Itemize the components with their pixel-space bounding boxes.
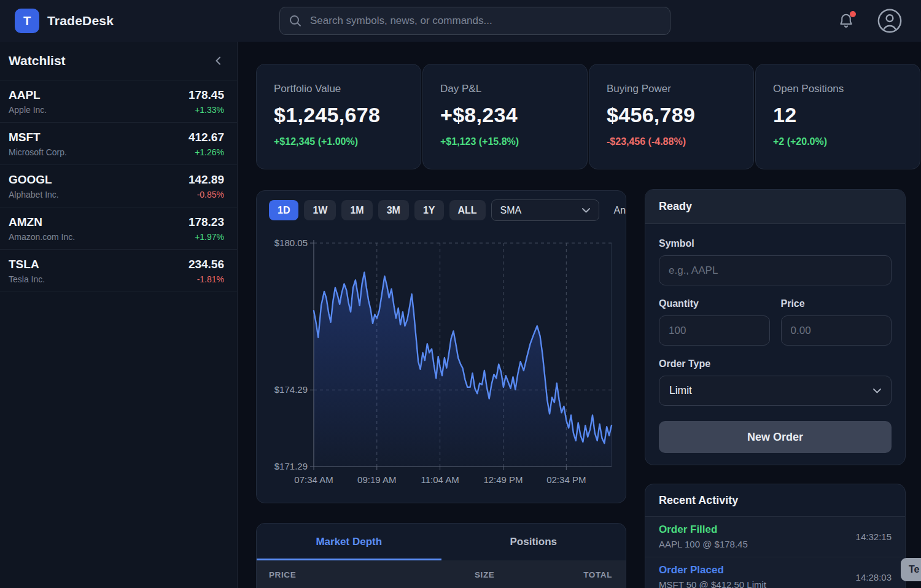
tab-positions[interactable]: Positions <box>441 524 626 560</box>
recent-activity-title: Recent Activity <box>645 484 905 517</box>
watchlist-row-left: AAPLApple Inc. <box>9 88 47 115</box>
watchlist-price: 178.23 <box>188 215 224 229</box>
column-header-size: SIZE <box>475 570 494 579</box>
stats-row: Portfolio Value$1,245,678+$12,345 (+1.00… <box>256 64 920 169</box>
quantity-label: Quantity <box>659 298 770 309</box>
stat-change: +$1,123 (+15.8%) <box>440 136 570 147</box>
watchlist-row-left: GOOGLAlphabet Inc. <box>9 173 59 199</box>
chart-toolbar: 1D1W1M3M1YALL SMA Annotate <box>257 191 626 221</box>
order-type-label: Order Type <box>659 358 892 369</box>
watchlist-row-right: 142.89-0.85% <box>188 173 224 199</box>
top-nav: T TradeDesk <box>0 0 921 42</box>
market-depth-card: Market DepthPositions PRICESIZETOTAL <box>256 523 626 588</box>
watchlist-symbol: TSLA <box>9 258 45 271</box>
collapse-sidebar-button[interactable] <box>214 56 223 66</box>
user-avatar[interactable] <box>877 8 903 34</box>
watchlist-header: Watchlist <box>0 42 237 80</box>
order-form: Symbol Quantity Price Order Type Limit <box>645 224 905 453</box>
notifications-bell-icon[interactable] <box>837 12 855 29</box>
column-header-total: TOTAL <box>583 570 612 579</box>
watchlist-company: Microsoft Corp. <box>9 147 67 157</box>
range-button-3m[interactable]: 3M <box>378 200 409 220</box>
activity-time: 14:32:15 <box>856 532 892 542</box>
chevron-down-icon <box>873 389 881 393</box>
indicator-select[interactable]: SMA <box>491 199 599 221</box>
watchlist-row-right: 178.23+1.97% <box>188 215 224 242</box>
notification-badge <box>850 11 856 17</box>
svg-text:07:34 AM: 07:34 AM <box>294 474 333 485</box>
range-button-1m[interactable]: 1M <box>341 200 372 220</box>
stat-label: Buying Power <box>607 83 736 95</box>
search-bar[interactable] <box>279 7 670 35</box>
range-button-1w[interactable]: 1W <box>304 200 336 220</box>
stat-label: Open Positions <box>773 83 903 95</box>
watchlist-row-left: AMZNAmazon.com Inc. <box>9 215 75 242</box>
annotate-button[interactable]: Annotate <box>614 205 626 216</box>
price-input[interactable] <box>781 315 892 346</box>
stat-change: -$23,456 (-4.88%) <box>607 136 736 147</box>
brand: T TradeDesk <box>15 9 114 33</box>
watchlist-row-msft[interactable]: MSFTMicrosoft Corp.412.67+1.26% <box>0 123 237 165</box>
svg-text:09:19 AM: 09:19 AM <box>357 474 396 485</box>
svg-text:$171.29: $171.29 <box>274 461 308 471</box>
svg-text:12:49 PM: 12:49 PM <box>483 474 523 485</box>
watchlist-company: Alphabet Inc. <box>9 190 59 199</box>
app-name: TradeDesk <box>47 14 114 28</box>
watchlist-change: -1.81% <box>188 274 224 284</box>
watchlist-sidebar: Watchlist AAPLApple Inc.178.45+1.33%MSFT… <box>0 42 238 588</box>
activity-time: 14:28:03 <box>856 572 892 582</box>
symbol-input[interactable] <box>659 255 892 285</box>
activity-detail: AAPL 100 @ $178.45 <box>659 539 748 549</box>
range-button-1d[interactable]: 1D <box>269 200 298 220</box>
watchlist-symbol: GOOGL <box>9 173 59 187</box>
watchlist-company: Tesla Inc. <box>9 274 45 284</box>
activity-event: Order Placed <box>659 564 766 576</box>
activity-row-left: Order FilledAAPL 100 @ $178.45 <box>659 524 748 549</box>
toast-notification: Te <box>901 558 921 581</box>
stat-change: +$12,345 (+1.00%) <box>274 136 403 147</box>
quantity-input[interactable] <box>659 315 770 346</box>
app-logo-icon: T <box>15 9 39 33</box>
watchlist-symbol: AAPL <box>9 88 47 102</box>
indicator-select-value: SMA <box>500 205 522 216</box>
range-button-1y[interactable]: 1Y <box>414 200 444 220</box>
watchlist-price: 178.45 <box>188 88 224 102</box>
watchlist-company: Amazon.com Inc. <box>9 232 75 242</box>
stat-value: $1,245,678 <box>274 103 403 127</box>
watchlist-items: AAPLApple Inc.178.45+1.33%MSFTMicrosoft … <box>0 80 237 292</box>
price-chart-card: 1D1W1M3M1YALL SMA Annotate $180.05$174.2… <box>256 190 626 503</box>
watchlist-row-left: TSLATesla Inc. <box>9 258 45 284</box>
watchlist-row-right: 412.67+1.26% <box>188 131 224 157</box>
watchlist-change: +1.26% <box>188 147 224 157</box>
watchlist-row-left: MSFTMicrosoft Corp. <box>9 131 67 157</box>
order-type-value: Limit <box>669 384 692 397</box>
svg-text:02:34 PM: 02:34 PM <box>546 474 586 485</box>
main-content: Portfolio Value$1,245,678+$12,345 (+1.00… <box>238 42 921 588</box>
watchlist-company: Apple Inc. <box>9 105 47 115</box>
watchlist-price: 234.56 <box>188 258 224 271</box>
watchlist-row-tsla[interactable]: TSLATesla Inc.234.56-1.81% <box>0 250 237 292</box>
activity-detail: MSFT 50 @ $412.50 Limit <box>659 579 766 588</box>
search-input[interactable] <box>309 14 661 28</box>
range-button-all[interactable]: ALL <box>449 200 486 220</box>
activity-event: Order Filled <box>659 524 748 536</box>
watchlist-row-googl[interactable]: GOOGLAlphabet Inc.142.89-0.85% <box>0 165 237 207</box>
search-icon <box>289 14 302 28</box>
order-type-select[interactable]: Limit <box>659 376 892 406</box>
new-order-button[interactable]: New Order <box>659 421 892 453</box>
watchlist-symbol: AMZN <box>9 215 75 229</box>
recent-activity-card: Recent Activity Order FilledAAPL 100 @ $… <box>645 484 906 588</box>
nav-actions <box>837 0 903 42</box>
tab-market-depth[interactable]: Market Depth <box>257 524 441 560</box>
watchlist-row-amzn[interactable]: AMZNAmazon.com Inc.178.23+1.97% <box>0 207 237 250</box>
watchlist-price: 142.89 <box>188 173 224 187</box>
watchlist-row-aapl[interactable]: AAPLApple Inc.178.45+1.33% <box>0 80 237 123</box>
stat-value: +$8,234 <box>440 103 570 127</box>
activity-row: Order FilledAAPL 100 @ $178.4514:32:15 <box>645 517 905 557</box>
watchlist-change: +1.33% <box>188 105 224 115</box>
stat-label: Portfolio Value <box>274 83 403 95</box>
depth-table-header: PRICESIZETOTAL <box>257 560 626 588</box>
watchlist-symbol: MSFT <box>9 131 67 144</box>
watchlist-title: Watchlist <box>9 53 66 68</box>
stat-card-day-p-l: Day P&L+$8,234+$1,123 (+15.8%) <box>422 64 588 169</box>
